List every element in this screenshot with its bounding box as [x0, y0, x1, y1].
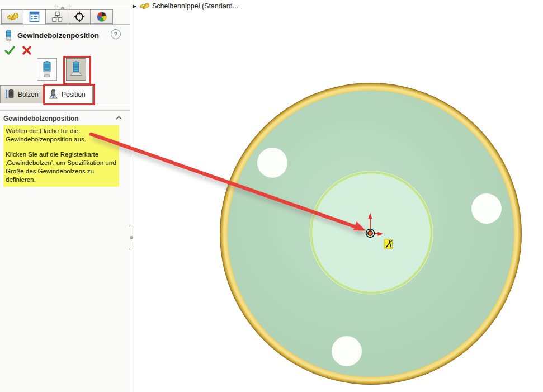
property-manager-panel: Gewindebolzenposition ? [0, 0, 130, 392]
instruction-paragraph-2: Klicken Sie auf die Registerkarte ‚Gewin… [6, 150, 117, 183]
origin-point [368, 231, 372, 235]
dimxpertmanager-tab[interactable] [68, 9, 91, 24]
tab-bolzen[interactable]: Bolzen [0, 85, 44, 103]
cross-icon [21, 45, 32, 56]
section-title: Gewindebolzenposition [3, 115, 79, 122]
stud-on-plate-icon [69, 60, 83, 78]
chevron-up-icon[interactable] [116, 116, 122, 120]
tab-position-label: Position [62, 91, 86, 98]
tab-strip-underline [0, 24, 130, 25]
sketch-relation-icon[interactable] [384, 239, 393, 249]
panel-divider [0, 110, 130, 111]
property-sub-tabs: Bolzen Position [0, 85, 130, 103]
breadcrumb-part-name[interactable]: Scheibennippel (Standard... [152, 2, 238, 10]
splitter-dot-icon [130, 236, 133, 239]
displaymanager-tab[interactable] [91, 9, 113, 24]
instruction-message-box: Wählen die Fläche für die Gewindebolzenp… [3, 125, 119, 187]
ok-button[interactable] [3, 44, 17, 56]
bolt-hole-right[interactable] [471, 193, 502, 224]
tree-icon [51, 11, 63, 22]
list-icon [29, 11, 40, 22]
cancel-button[interactable] [20, 44, 34, 56]
section-gewindebolzenposition[interactable]: Gewindebolzenposition [0, 114, 130, 124]
stud-icon [40, 60, 54, 78]
target-icon [74, 11, 85, 22]
solidworks-window: Gewindebolzenposition ? [0, 0, 543, 392]
instruction-paragraph-1: Wählen die Fläche für die Gewindebolzenp… [6, 127, 117, 143]
configurationmanager-tab[interactable] [46, 9, 68, 24]
bolt-position-icon [49, 89, 58, 100]
check-icon [4, 45, 16, 56]
part-icon [6, 12, 18, 22]
bolt-hole-top-left[interactable] [257, 148, 287, 178]
breadcrumb: ▶ Scheibennippel (Standard... [133, 2, 238, 11]
tab-bolzen-label: Bolzen [18, 91, 39, 98]
vertical-splitter-handle[interactable] [129, 226, 134, 249]
help-icon[interactable]: ? [111, 29, 121, 39]
propertymanager-tab[interactable] [23, 9, 46, 25]
stud-on-surface-type-button[interactable] [66, 58, 86, 81]
bolt-dimension-icon [5, 89, 15, 100]
tab-position[interactable]: Position [44, 85, 93, 103]
stud-type-button[interactable] [37, 58, 57, 81]
confirmation-corner [3, 44, 34, 56]
ball-icon [96, 11, 107, 22]
bolt-hole-bottom[interactable] [332, 336, 362, 366]
breadcrumb-expander-icon[interactable]: ▶ [133, 3, 136, 9]
threaded-stud-icon [4, 29, 13, 42]
featuremanager-tab[interactable] [1, 9, 23, 24]
manager-tab-strip [1, 9, 113, 25]
propertymanager-header: Gewindebolzenposition ? [0, 28, 130, 42]
page-title: Gewindebolzenposition [17, 31, 99, 40]
part-icon [139, 2, 149, 11]
stud-type-selector [37, 58, 86, 81]
